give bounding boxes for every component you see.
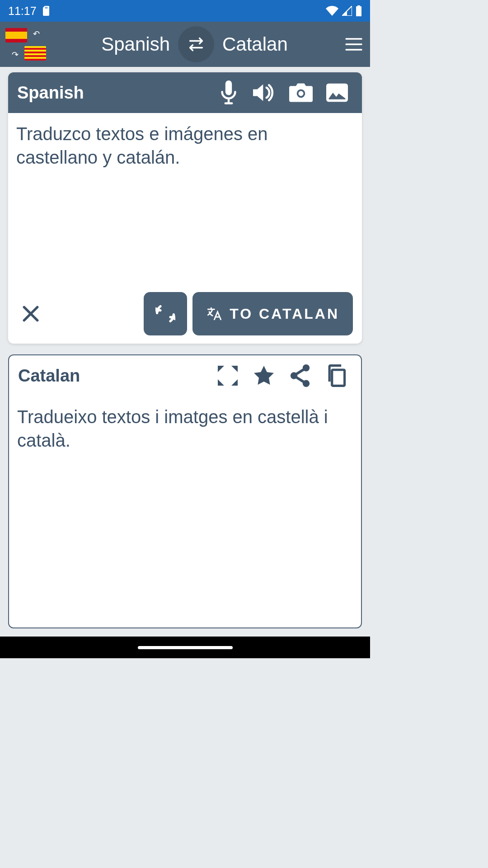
app-header: ↶ ↷ Spanish Catalan <box>0 22 370 67</box>
app-logo[interactable]: ↶ ↷ <box>5 26 46 62</box>
flag-catalan-icon <box>24 46 46 61</box>
menu-button[interactable] <box>343 38 365 51</box>
camera-button[interactable] <box>285 77 317 108</box>
copy-button[interactable] <box>320 360 352 392</box>
battery-icon <box>356 5 362 16</box>
source-card-label: Spanish <box>17 83 208 103</box>
svg-rect-14 <box>332 370 345 386</box>
speaker-button[interactable] <box>249 77 281 108</box>
svg-rect-3 <box>225 80 232 95</box>
signal-icon <box>342 6 352 16</box>
target-language-label[interactable]: Catalan <box>222 33 288 55</box>
target-text-output: Tradueixo textos i imatges en castellà i… <box>9 396 361 627</box>
svg-point-5 <box>298 91 303 96</box>
status-bar: 11:17 <box>0 0 370 22</box>
translate-button-label: TO CATALAN <box>230 306 339 322</box>
refresh-button[interactable] <box>144 292 187 335</box>
source-text-input[interactable]: Traduzco textos e imágenes en castellano… <box>8 113 362 292</box>
swap-languages-button[interactable] <box>178 26 214 62</box>
source-language-label[interactable]: Spanish <box>101 33 170 55</box>
svg-line-13 <box>296 377 303 382</box>
target-card: Catalan Tradueixo textos i imatges en ca… <box>8 354 362 628</box>
flag-spain-icon <box>5 28 27 42</box>
microphone-button[interactable] <box>213 77 244 108</box>
status-time: 11:17 <box>8 5 37 18</box>
favorite-button[interactable] <box>248 360 280 392</box>
fullscreen-button[interactable] <box>212 360 244 392</box>
navigation-bar <box>0 637 370 658</box>
source-card: Spanish Traduzco textos e imágenes en ca… <box>8 72 362 344</box>
source-header: Spanish <box>8 72 362 113</box>
wifi-icon <box>326 6 338 16</box>
swap-arrow-icon: ↷ <box>12 50 19 60</box>
target-card-label: Catalan <box>18 366 207 386</box>
translate-icon <box>206 306 221 321</box>
sd-card-icon <box>42 6 50 16</box>
share-button[interactable] <box>284 360 316 392</box>
svg-line-12 <box>296 370 303 374</box>
target-header: Catalan <box>9 355 361 396</box>
swap-arrow-icon: ↶ <box>33 29 40 39</box>
image-button[interactable] <box>321 77 353 108</box>
home-indicator[interactable] <box>138 646 233 649</box>
clear-button[interactable] <box>17 300 44 327</box>
translate-button[interactable]: TO CATALAN <box>192 292 353 335</box>
